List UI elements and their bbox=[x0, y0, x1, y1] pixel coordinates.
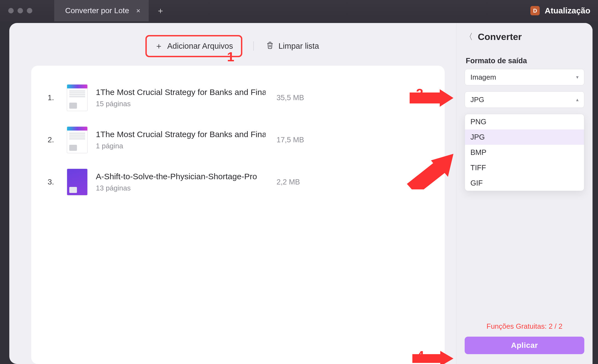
format-select[interactable]: JPG ▴ bbox=[465, 91, 584, 108]
plus-icon: ＋ bbox=[155, 41, 163, 52]
file-list: 1. 1The Most Crucial Strategy for Banks … bbox=[31, 66, 445, 364]
row-index: 3. bbox=[48, 178, 59, 186]
format-category-select[interactable]: Imagem ▾ bbox=[465, 69, 584, 85]
convert-sidebar: 〈 Converter Formato de saída Imagem ▾ JP… bbox=[456, 23, 593, 364]
format-option-bmp[interactable]: BMP bbox=[465, 145, 584, 160]
sidebar-title: Converter bbox=[478, 31, 522, 42]
apply-button[interactable]: Aplicar bbox=[465, 337, 584, 354]
file-pagecount: 1 página bbox=[96, 142, 266, 150]
row-index: 2. bbox=[48, 135, 59, 144]
file-title: A-Shift-to-Solve-the-Physician-Shortage-… bbox=[96, 172, 266, 181]
file-title: 1The Most Crucial Strategy for Banks and… bbox=[96, 130, 266, 139]
svg-marker-2 bbox=[412, 351, 453, 364]
file-thumbnail-icon bbox=[67, 126, 88, 153]
clear-list-label: Limpar lista bbox=[278, 42, 319, 51]
svg-marker-1 bbox=[407, 154, 453, 189]
file-pagecount: 15 páginas bbox=[96, 100, 266, 108]
file-thumbnail-icon bbox=[67, 169, 88, 195]
format-value: JPG bbox=[470, 96, 484, 104]
file-size: 35,5 MB bbox=[277, 94, 304, 102]
update-link[interactable]: Atualização bbox=[545, 6, 590, 15]
free-functions-note: Funções Gratuitas: 2 / 2 bbox=[465, 322, 584, 331]
trash-icon bbox=[266, 41, 274, 51]
main-panel: 1 2 3 4 ＋ Adicionar Arquivos bbox=[9, 23, 593, 364]
format-option-jpg[interactable]: JPG bbox=[465, 129, 584, 145]
tab-label: Converter por Lote bbox=[65, 6, 129, 15]
format-option-tiff[interactable]: TIFF bbox=[465, 160, 584, 175]
zoom-window-icon[interactable] bbox=[27, 8, 32, 13]
chevron-up-icon: ▴ bbox=[576, 97, 579, 103]
tab-batch-convert[interactable]: Converter por Lote × bbox=[54, 0, 149, 21]
close-tab-icon[interactable]: × bbox=[136, 7, 140, 15]
annotation-arrow-2 bbox=[410, 89, 453, 107]
toolbar-divider bbox=[253, 41, 254, 51]
format-option-gif[interactable]: GIF bbox=[465, 175, 584, 191]
output-format-label: Formato de saída bbox=[466, 57, 584, 65]
close-window-icon[interactable] bbox=[8, 8, 14, 13]
svg-marker-0 bbox=[410, 89, 453, 107]
window-controls bbox=[0, 8, 32, 13]
list-item[interactable]: 1. 1The Most Crucial Strategy for Banks … bbox=[48, 77, 428, 119]
list-item[interactable]: 2. 1The Most Crucial Strategy for Banks … bbox=[48, 119, 428, 161]
titlebar: Converter por Lote × ＋ D Atualização bbox=[0, 0, 598, 21]
list-item[interactable]: 3. A-Shift-to-Solve-the-Physician-Shorta… bbox=[48, 161, 428, 203]
file-pagecount: 13 páginas bbox=[96, 184, 266, 192]
file-toolbar: ＋ Adicionar Arquivos Limpar lista bbox=[9, 35, 456, 57]
back-icon[interactable]: 〈 bbox=[465, 31, 473, 42]
file-info: 1The Most Crucial Strategy for Banks and… bbox=[96, 88, 266, 108]
annotation-arrow-3 bbox=[407, 154, 453, 189]
file-size: 2,2 MB bbox=[277, 178, 300, 186]
chevron-down-icon: ▾ bbox=[576, 74, 579, 80]
minimize-window-icon[interactable] bbox=[18, 8, 23, 13]
file-size: 17,5 MB bbox=[277, 136, 304, 144]
format-option-png[interactable]: PNG bbox=[465, 114, 584, 129]
row-index: 1. bbox=[48, 93, 59, 102]
annotation-arrow-4 bbox=[412, 351, 453, 364]
file-thumbnail-icon bbox=[67, 84, 88, 111]
file-title: 1The Most Crucial Strategy for Banks and… bbox=[96, 88, 266, 97]
format-category-value: Imagem bbox=[470, 73, 496, 82]
clear-list-button[interactable]: Limpar lista bbox=[266, 41, 319, 51]
add-files-button[interactable]: ＋ Adicionar Arquivos bbox=[146, 36, 241, 56]
file-info: 1The Most Crucial Strategy for Banks and… bbox=[96, 130, 266, 150]
content-area: ＋ Adicionar Arquivos Limpar lista 1. bbox=[9, 23, 456, 364]
user-badge[interactable]: D bbox=[530, 6, 540, 15]
file-info: A-Shift-to-Solve-the-Physician-Shortage-… bbox=[96, 172, 266, 192]
format-dropdown: PNG JPG BMP TIFF GIF bbox=[465, 114, 584, 191]
add-files-label: Adicionar Arquivos bbox=[167, 42, 233, 51]
new-tab-button[interactable]: ＋ bbox=[156, 5, 165, 16]
